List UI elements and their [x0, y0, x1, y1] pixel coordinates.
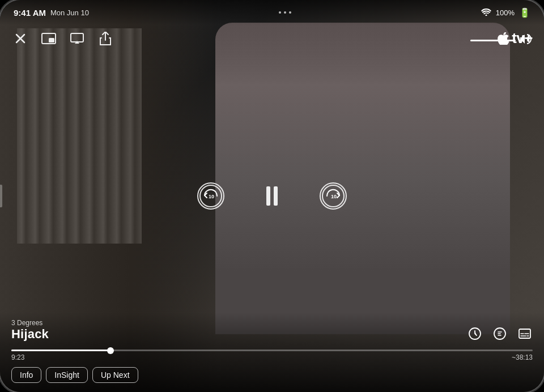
device-frame: 9:41 AM Mon Jun 10 100% 🔋	[0, 0, 544, 392]
time-remaining: ~38:13	[512, 353, 533, 361]
side-indicator	[0, 185, 2, 207]
status-time: 9:41 AM	[14, 8, 46, 18]
subtitles-icon	[518, 327, 532, 340]
show-info: 3 Degrees Hijack	[11, 319, 49, 342]
audio-button[interactable]	[492, 326, 508, 342]
tv-plus-text: tv+	[512, 29, 533, 47]
status-dots	[279, 11, 291, 14]
progress-thumb[interactable]	[107, 347, 114, 354]
apple-logo-icon	[498, 32, 510, 45]
progress-container[interactable]	[11, 350, 533, 351]
pause-bar-left	[266, 186, 270, 206]
svg-text:10: 10	[209, 194, 214, 199]
status-dot-1	[279, 11, 281, 14]
top-left-controls	[11, 29, 114, 48]
status-right: 100% 🔋	[481, 7, 530, 18]
audio-icon	[493, 327, 507, 340]
pip-button[interactable]	[40, 29, 58, 48]
speed-button[interactable]	[467, 326, 483, 342]
share-button[interactable]	[96, 29, 114, 48]
pause-icon	[266, 186, 278, 206]
apple-tv-logo: tv+	[498, 29, 533, 47]
speed-icon	[468, 327, 482, 340]
show-title: Hijack	[11, 327, 49, 342]
airplay-button[interactable]	[68, 29, 86, 48]
status-bar: 9:41 AM Mon Jun 10 100% 🔋	[0, 0, 544, 25]
svg-text:10: 10	[331, 194, 337, 199]
status-date: Mon Jun 10	[50, 8, 89, 17]
close-button[interactable]	[11, 29, 29, 48]
top-controls	[0, 29, 544, 48]
scene-curtain	[17, 28, 142, 244]
battery-percentage: 100%	[496, 8, 515, 17]
progress-fill	[11, 350, 110, 351]
subtitles-button[interactable]	[517, 326, 533, 342]
person-silhouette	[215, 23, 510, 334]
pause-bar-right	[274, 186, 278, 206]
battery-icon: 🔋	[519, 7, 530, 18]
forward-icon: 10	[321, 184, 345, 208]
pause-button[interactable]	[258, 182, 286, 210]
info-button[interactable]: Info	[11, 367, 41, 383]
insight-button[interactable]: InSight	[46, 367, 88, 383]
episode-label: 3 Degrees	[11, 319, 49, 327]
status-dot-3	[289, 11, 291, 14]
wifi-icon	[481, 8, 491, 18]
forward-10-button[interactable]: 10	[320, 182, 347, 210]
rewind-icon: 10	[199, 184, 223, 208]
rewind-10-button[interactable]: 10	[197, 182, 224, 210]
action-buttons: Info InSight Up Next	[11, 367, 533, 383]
progress-bar[interactable]	[11, 350, 533, 351]
right-controls	[467, 326, 533, 342]
bottom-overlay: 3 Degrees Hijack	[0, 312, 544, 392]
status-dot-2	[284, 11, 286, 14]
svg-rect-4	[71, 33, 83, 42]
playback-controls: 10 10	[197, 182, 347, 210]
svg-rect-3	[49, 38, 54, 42]
scene-person	[215, 23, 510, 334]
time-row: 9:23 ~38:13	[11, 353, 533, 361]
up-next-button[interactable]: Up Next	[92, 367, 138, 383]
time-current: 9:23	[11, 353, 24, 361]
